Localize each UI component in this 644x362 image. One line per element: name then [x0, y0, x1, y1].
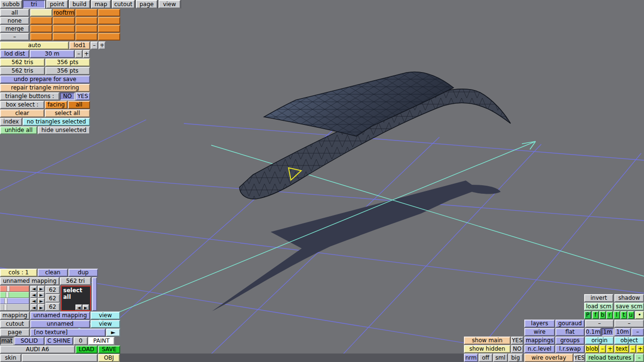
box-select-all[interactable]: all [68, 101, 90, 109]
model-name[interactable]: AUDI A6 [0, 346, 75, 354]
red-slider[interactable] [0, 286, 29, 292]
mapping-row-label[interactable]: mapping [0, 312, 30, 320]
subobj-cell[interactable] [75, 25, 98, 33]
lrswap-button[interactable]: l.r.swap [555, 345, 585, 353]
menu-tri[interactable]: tri [23, 0, 45, 8]
nclevel-button[interactable]: n.c.level [524, 345, 555, 353]
select-all-button[interactable]: select all [45, 109, 90, 117]
menu-page[interactable]: page [136, 0, 157, 8]
view-dot-button[interactable]: • [635, 311, 644, 319]
channel-right-arrow[interactable]: ► [38, 298, 45, 304]
grid-01m-button[interactable]: 0.1m [585, 328, 601, 336]
channel-left-arrow[interactable]: ◄ [30, 298, 37, 304]
layers-button[interactable]: layers [524, 320, 555, 328]
view-b-button[interactable]: b [599, 311, 606, 319]
channel-right-arrow[interactable]: ► [38, 304, 45, 311]
blob-plus-button[interactable]: + [606, 345, 614, 353]
menu-build[interactable]: build [69, 0, 90, 8]
subobj-cell-rooftrm[interactable]: rooftrm [53, 9, 75, 16]
lod-minus-button[interactable]: – [91, 41, 98, 49]
subobj-merge-button[interactable]: merge [0, 25, 29, 33]
grid-10m-button[interactable]: 10m [614, 328, 631, 336]
nrm-off-button[interactable]: off [479, 354, 493, 362]
subobj-cell[interactable] [75, 17, 98, 25]
show-main-value[interactable]: YES [511, 337, 523, 345]
dash-button[interactable]: – [585, 320, 614, 328]
menu-subob[interactable]: subob [0, 0, 22, 8]
load-scm-button[interactable]: load scm [584, 303, 613, 311]
green-slider[interactable] [0, 292, 29, 298]
gouraud-button[interactable]: gouraud [555, 320, 585, 328]
subobj-cell[interactable] [53, 33, 75, 41]
unhide-all-button[interactable]: unhide all [0, 126, 37, 134]
show-hidden-value[interactable]: NO [511, 345, 523, 353]
page-row-label[interactable]: page [0, 329, 30, 337]
subobj-minus-button[interactable]: – [0, 33, 29, 41]
preview-left-arrow[interactable]: ◄ [75, 304, 82, 310]
clean-button[interactable]: clean [38, 269, 68, 277]
menu-map[interactable]: map [91, 0, 111, 8]
mat-solid-button[interactable]: SOLID [14, 337, 44, 345]
wire-overlay-value[interactable]: YES [574, 354, 585, 362]
color-scrollbar[interactable] [92, 277, 97, 311]
object-button[interactable]: object [614, 337, 644, 345]
subobj-cell[interactable] [75, 33, 98, 41]
hide-unselected-button[interactable]: hide unselected [38, 126, 90, 134]
cutout-row-value[interactable]: unnamed [30, 320, 90, 328]
groups-button[interactable]: groups [555, 337, 585, 345]
page-next-button[interactable]: ► [106, 329, 120, 337]
view-p-button[interactable]: P [584, 311, 591, 319]
show-main-button[interactable]: show main [464, 337, 511, 345]
subobj-cell[interactable] [30, 33, 52, 41]
subobj-cell[interactable] [30, 17, 52, 25]
menu-cutout[interactable]: cutout [112, 0, 135, 8]
text-minus-button[interactable]: – [629, 345, 636, 353]
channel-left-arrow[interactable]: ◄ [30, 304, 37, 311]
alpha-slider[interactable] [0, 304, 29, 311]
subobj-cell[interactable] [30, 25, 52, 33]
page-row-value[interactable]: [no texture] [30, 329, 106, 337]
grid-dash-button[interactable]: – [631, 328, 644, 336]
channel-right-arrow[interactable]: ► [38, 286, 45, 292]
preview-right-arrow[interactable]: ► [83, 304, 89, 310]
index-button[interactable]: index [0, 118, 22, 126]
save-scm-button[interactable]: save scm [614, 303, 644, 311]
view-t-button[interactable]: t [620, 311, 627, 319]
subobj-cell[interactable] [53, 25, 75, 33]
channel-left-arrow[interactable]: ◄ [30, 286, 37, 292]
lod-plus-button[interactable]: + [99, 41, 106, 49]
flat-button[interactable]: flat [555, 328, 585, 336]
channel-right-arrow[interactable]: ► [38, 292, 45, 298]
load-button[interactable]: LOAD [75, 346, 98, 354]
mappings-button[interactable]: mappings [524, 337, 555, 345]
show-hidden-button[interactable]: show hidden [464, 345, 511, 353]
subobj-cell[interactable] [53, 17, 75, 25]
cutout-view-button[interactable]: view [91, 320, 120, 328]
menu-point[interactable]: point [46, 0, 68, 8]
grid-1m-button[interactable]: 1m [602, 328, 614, 336]
origin-button[interactable]: origin [585, 337, 614, 345]
mapping-view-button[interactable]: view [91, 312, 120, 320]
mat-paint-button[interactable]: PAINT [88, 337, 115, 345]
lod-dist-plus-button[interactable]: + [83, 50, 90, 58]
view-l-button[interactable]: l [613, 311, 620, 319]
subobj-cell-empty[interactable] [30, 9, 52, 16]
repair-mirroring-button[interactable]: repair triangle mirroring [0, 84, 90, 92]
blob-minus-button[interactable]: – [599, 345, 606, 353]
subobj-cell[interactable] [98, 25, 120, 33]
subobj-cell[interactable] [98, 33, 120, 41]
nrm-button[interactable]: nrm [464, 354, 478, 362]
subobj-all-button[interactable]: all [0, 9, 29, 16]
wire-button[interactable]: wire [524, 328, 555, 336]
mat-number[interactable]: 0 [74, 337, 88, 345]
color-preview-box[interactable]: select all ◄ ► [61, 286, 91, 311]
obj-button[interactable]: OBJ [98, 354, 120, 362]
clear-button[interactable]: clear [0, 109, 44, 117]
cutout-row-label[interactable]: cutout [0, 320, 30, 328]
dup-button[interactable]: dup [68, 269, 98, 277]
lod-dist-minus-button[interactable]: – [75, 50, 83, 58]
lod-auto-button[interactable]: auto [0, 41, 69, 49]
channel-left-arrow[interactable]: ◄ [30, 292, 37, 298]
box-select-facing[interactable]: facing [45, 101, 67, 109]
nrm-sml-button[interactable]: sml [493, 354, 508, 362]
